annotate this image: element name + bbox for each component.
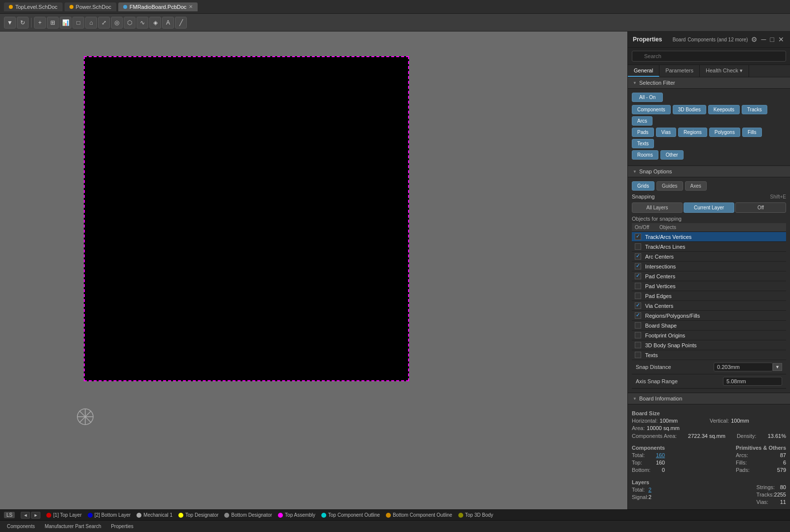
tab-pcb[interactable]: FMRadioBoard.PcbDoc ✕ <box>118 2 198 11</box>
section-header-board[interactable]: ▼ Board Information <box>628 393 790 404</box>
comp-bottom-value: 0 <box>662 467 665 473</box>
toolbar-filter-btn[interactable]: ▼ <box>4 17 16 29</box>
snap-check-3[interactable] <box>635 263 641 269</box>
layer-dot-top-des <box>178 513 183 518</box>
panel-close-btn[interactable]: ✕ <box>777 34 785 44</box>
panel-minimize-btn[interactable]: ─ <box>760 34 767 44</box>
filter-all-on-btn[interactable]: All - On <box>632 93 663 102</box>
toolbar-chart-btn[interactable]: 📊 <box>60 17 71 29</box>
snap-distance-arrow[interactable]: ▼ <box>773 363 782 371</box>
sel-btn-texts[interactable]: Texts <box>632 139 654 148</box>
snap-check-9[interactable] <box>635 322 641 329</box>
snap-check-6[interactable] <box>635 293 641 299</box>
axis-snap-label: Axis Snap Range <box>636 378 678 384</box>
sel-btn-components[interactable]: Components <box>632 105 671 114</box>
sel-btn-fills[interactable]: Fills <box>742 128 762 137</box>
toolbar-add-btn[interactable]: + <box>34 17 46 29</box>
toolbar-rect-btn[interactable]: □ <box>72 17 84 29</box>
layers-col: Layers Total: 2 Signal: 2 <box>632 476 652 506</box>
tab-close-pcb[interactable]: ✕ <box>189 4 193 9</box>
toolbar-home-btn[interactable]: ⌂ <box>85 17 97 29</box>
sel-btn-keepouts[interactable]: Keepouts <box>708 105 740 114</box>
layers-signal-value: 2 <box>649 494 652 500</box>
layer-current-btn[interactable]: Current Layer <box>684 202 734 213</box>
canvas-area[interactable] <box>0 32 627 509</box>
layer-top-des[interactable]: Top Designator <box>178 512 218 518</box>
layer-top-3d[interactable]: Top 3D Body <box>458 512 493 518</box>
layer-bot-comp[interactable]: Bottom Component Outline <box>386 512 452 518</box>
toolbar-redo-btn[interactable]: ↻ <box>17 17 29 29</box>
snap-check-11[interactable] <box>635 342 641 348</box>
sel-btn-tracks[interactable]: Tracks <box>742 105 767 114</box>
section-header-selection[interactable]: ▼ Selection Filter <box>628 77 790 89</box>
snap-axes-btn[interactable]: Axes <box>685 181 707 191</box>
pads-label: Pads: <box>736 467 750 473</box>
layer-mech[interactable]: Mechanical 1 <box>137 512 172 518</box>
snap-check-7[interactable] <box>635 302 641 309</box>
tab-general[interactable]: General <box>628 65 659 77</box>
axis-snap-input[interactable] <box>723 377 782 386</box>
board-size-title: Board Size <box>632 410 786 416</box>
toolbar-diamond-btn[interactable]: ◈ <box>149 17 161 29</box>
tab-health-check[interactable]: Health Check ▾ <box>700 65 749 77</box>
snap-guides-btn[interactable]: Guides <box>656 181 683 191</box>
sel-btn-3d-bodies[interactable]: 3D Bodies <box>673 105 706 114</box>
bottom-tab-mfr-search[interactable]: Manufacturer Part Search <box>42 523 104 530</box>
sel-btn-vias[interactable]: Vias <box>656 128 676 137</box>
horizontal-label: Horizontal: <box>632 418 658 424</box>
panel-restore-btn[interactable]: □ <box>769 34 775 44</box>
sel-btn-regions[interactable]: Regions <box>678 128 707 137</box>
sel-btn-pads[interactable]: Pads <box>632 128 654 137</box>
toolbar-expand-btn[interactable]: ⤢ <box>98 17 110 29</box>
toolbar-line-btn[interactable]: ╱ <box>175 17 187 29</box>
layer-bot-des[interactable]: Bottom Designator <box>224 512 272 518</box>
snap-check-2[interactable] <box>635 253 641 260</box>
bottom-tab-properties[interactable]: Properties <box>108 523 137 530</box>
comp-total-value[interactable]: 160 <box>656 452 665 458</box>
tab-toplevel[interactable]: TopLevel.SchDoc <box>4 2 63 11</box>
nav-left-btn[interactable]: ◄ <box>21 512 30 519</box>
sel-btn-rooms[interactable]: Rooms <box>632 150 658 160</box>
bottom-tab-components[interactable]: Components <box>4 523 38 530</box>
snap-check-12[interactable] <box>635 352 641 358</box>
snap-label-10: Footprint Origins <box>645 332 685 338</box>
nav-right-btn[interactable]: ► <box>31 512 40 519</box>
snap-check-10[interactable] <box>635 332 641 338</box>
layer-off-btn[interactable]: Off <box>735 202 786 213</box>
layers-total-value[interactable]: 2 <box>649 487 652 493</box>
toolbar-hex-btn[interactable]: ⬡ <box>124 17 136 29</box>
snap-check-4[interactable] <box>635 273 641 279</box>
layer-all-btn[interactable]: All Layers <box>632 202 683 213</box>
layer-bottom[interactable]: [2] Bottom Layer <box>88 512 131 518</box>
layer-dot-mech <box>137 513 141 518</box>
search-input[interactable] <box>632 51 786 62</box>
sel-btn-other[interactable]: Other <box>660 150 684 160</box>
toolbar-grid-btn[interactable]: ⊞ <box>47 17 59 29</box>
snap-check-5[interactable] <box>635 283 641 289</box>
snap-distance-input[interactable] <box>714 363 773 371</box>
vertical-value: 100mm <box>731 418 749 424</box>
section-header-snap[interactable]: ▼ Snap Options <box>628 166 790 177</box>
tracks-value: 2255 <box>774 492 786 498</box>
toolbar-text-btn[interactable]: A <box>162 17 174 29</box>
layer-label-top-des: Top Designator <box>185 512 218 518</box>
snap-label-6: Pad Edges <box>645 293 672 299</box>
toolbar-arc-btn[interactable]: ∿ <box>137 17 148 29</box>
snap-check-1[interactable] <box>635 243 641 250</box>
snap-col-onoff: On/Off <box>635 225 659 230</box>
snap-check-8[interactable] <box>635 312 641 319</box>
snap-check-0[interactable] <box>635 233 641 240</box>
layer-top[interactable]: [1] Top Layer <box>46 512 82 518</box>
toolbar-circle-btn[interactable]: ◎ <box>111 17 123 29</box>
tab-parameters[interactable]: Parameters <box>659 65 700 77</box>
snap-grids-btn[interactable]: Grids <box>632 181 654 191</box>
filter-grid-1: Components 3D Bodies Keepouts Tracks Arc… <box>632 105 786 126</box>
toolbar: ▼ ↻ + ⊞ 📊 □ ⌂ ⤢ ◎ ⬡ ∿ ◈ A ╱ <box>0 14 790 32</box>
status-bar: LS ◄ ► [1] Top Layer [2] Bottom Layer Me… <box>0 509 790 520</box>
panel-filter-icon[interactable]: ⚙ <box>750 34 758 44</box>
layer-top-comp[interactable]: Top Component Outline <box>321 512 380 518</box>
layer-top-asm[interactable]: Top Assembly <box>278 512 315 518</box>
sel-btn-arcs[interactable]: Arcs <box>632 116 653 126</box>
sel-btn-polygons[interactable]: Polygons <box>709 128 740 137</box>
tab-power[interactable]: Power.SchDoc <box>65 2 116 11</box>
